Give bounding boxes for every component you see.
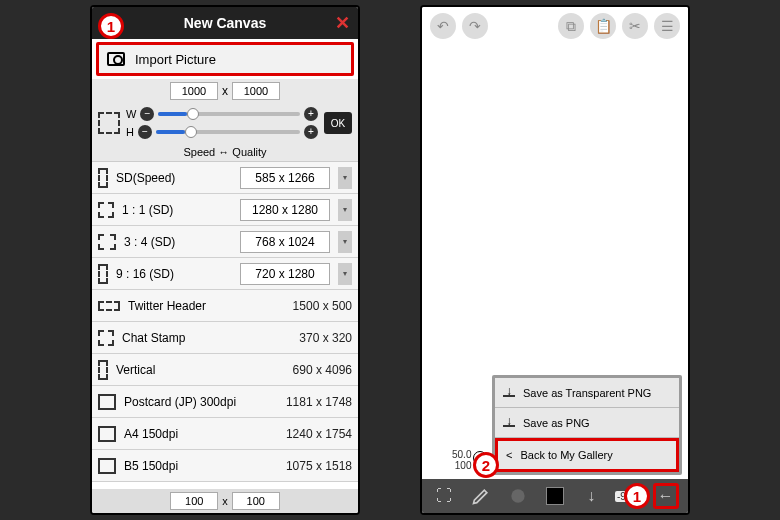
chevron-down-icon[interactable]: ▾	[338, 231, 352, 253]
svg-point-0	[511, 489, 524, 502]
fullscreen-icon[interactable]: ⛶	[431, 483, 457, 509]
drawing-app: ↶ ↷ ⧉ 📋 ✂ ☰ 50.0 100 ↓ Save as Transpare…	[420, 5, 690, 515]
preset-3-4[interactable]: 3 : 4 (SD) ▾	[92, 226, 358, 258]
export-menu: ↓ Save as Transparent PNG ↓ Save as PNG …	[492, 375, 682, 475]
dialog-title: New Canvas	[184, 15, 266, 31]
brush-size-label: 50.0	[452, 449, 471, 460]
speed-quality-label: Speed ↔ Quality	[92, 143, 358, 162]
height-minus-button[interactable]: −	[138, 125, 152, 139]
download-icon: ↓	[503, 388, 515, 397]
preset-size-input[interactable]	[240, 231, 330, 253]
download-icon: ↓	[503, 418, 515, 427]
transform-icon[interactable]: ✂	[622, 13, 648, 39]
aspect-lock-icon[interactable]	[98, 112, 120, 134]
preset-size-input[interactable]	[240, 167, 330, 189]
dim-sep: x	[222, 84, 228, 98]
dialog-header: New Canvas ✕	[92, 7, 358, 39]
import-picture-button[interactable]: Import Picture	[96, 42, 354, 76]
width-input-top[interactable]	[170, 82, 218, 100]
preset-chat-stamp[interactable]: Chat Stamp 370 x 320	[92, 322, 358, 354]
save-png-button[interactable]: ↓ Save as PNG	[495, 408, 679, 438]
chevron-down-icon[interactable]: ▾	[338, 167, 352, 189]
back-to-gallery-button[interactable]: < Back to My Gallery	[495, 438, 679, 472]
preset-sd-speed[interactable]: SD(Speed) ▾	[92, 162, 358, 194]
download-tool-icon[interactable]: ↓	[578, 483, 604, 509]
height-input-top[interactable]	[232, 82, 280, 100]
callout-2: 2	[473, 452, 499, 478]
footer-dimensions: x	[92, 489, 358, 513]
preset-a4[interactable]: A4 150dpi 1240 x 1754	[92, 418, 358, 450]
copy-icon[interactable]: ⧉	[558, 13, 584, 39]
close-icon[interactable]: ✕	[335, 12, 350, 34]
canvas-dimensions: x	[92, 79, 358, 103]
redo-icon[interactable]: ↷	[462, 13, 488, 39]
save-transparent-png-button[interactable]: ↓ Save as Transparent PNG	[495, 378, 679, 408]
layers-icon[interactable]: ☰	[654, 13, 680, 39]
preset-b5[interactable]: B5 150dpi 1075 x 1518	[92, 450, 358, 482]
paste-icon[interactable]: 📋	[590, 13, 616, 39]
width-slider[interactable]	[158, 112, 300, 116]
back-icon[interactable]: ←	[653, 483, 679, 509]
preset-size-input[interactable]	[240, 263, 330, 285]
top-toolbar: ↶ ↷ ⧉ 📋 ✂ ☰	[422, 7, 688, 45]
brush-tool-icon[interactable]	[468, 483, 494, 509]
preset-9-16[interactable]: 9 : 16 (SD) ▾	[92, 258, 358, 290]
ok-button[interactable]: OK	[324, 112, 352, 134]
height-plus-button[interactable]: +	[304, 125, 318, 139]
eraser-tool-icon[interactable]	[505, 483, 531, 509]
preset-vertical[interactable]: Vertical 690 x 4096	[92, 354, 358, 386]
footer-height-input[interactable]	[232, 492, 280, 510]
camera-icon	[107, 52, 125, 66]
import-label: Import Picture	[135, 52, 216, 67]
callout-1b: 1	[624, 483, 650, 509]
chevron-left-icon: <	[506, 449, 512, 461]
color-swatch[interactable]	[542, 483, 568, 509]
callout-1: 1	[98, 13, 124, 39]
dim-sep: x	[222, 495, 228, 507]
width-plus-button[interactable]: +	[304, 107, 318, 121]
preset-size-input[interactable]	[240, 199, 330, 221]
height-slider[interactable]	[156, 130, 300, 134]
preset-1-1[interactable]: 1 : 1 (SD) ▾	[92, 194, 358, 226]
size-sliders: W − + H − + OK	[92, 103, 358, 143]
width-minus-button[interactable]: −	[140, 107, 154, 121]
chevron-down-icon[interactable]: ▾	[338, 199, 352, 221]
new-canvas-dialog: New Canvas ✕ 1 Import Picture x W − + H …	[90, 5, 360, 515]
preset-postcard[interactable]: Postcard (JP) 300dpi 1181 x 1748	[92, 386, 358, 418]
footer-width-input[interactable]	[170, 492, 218, 510]
chevron-down-icon[interactable]: ▾	[338, 263, 352, 285]
brush-opacity-label: 100	[455, 460, 472, 471]
h-label: H	[126, 126, 134, 138]
preset-twitter-header[interactable]: Twitter Header 1500 x 500	[92, 290, 358, 322]
undo-icon[interactable]: ↶	[430, 13, 456, 39]
w-label: W	[126, 108, 136, 120]
